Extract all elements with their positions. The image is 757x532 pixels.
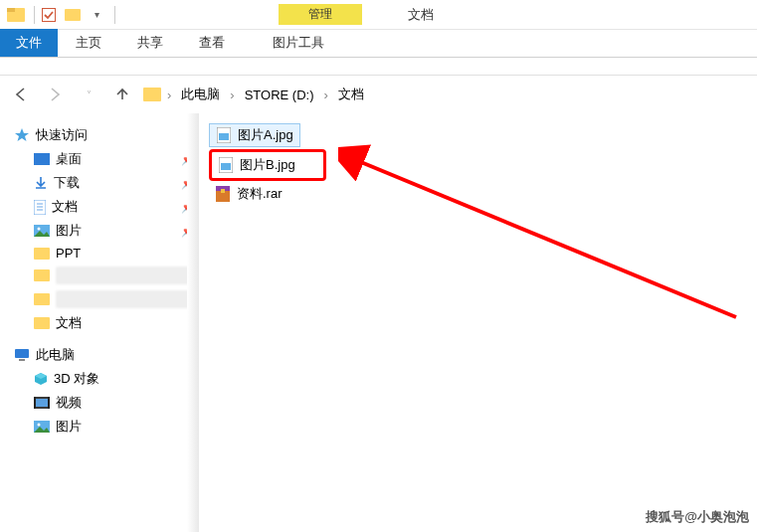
svg-point-11 [38, 228, 41, 231]
pin-icon: 📌 [181, 201, 195, 214]
sidebar-item-videos[interactable]: 视频 [30, 391, 199, 415]
desktop-icon [34, 153, 50, 165]
svg-rect-15 [34, 317, 50, 329]
svg-rect-5 [34, 153, 50, 165]
pin-icon: 📌 [181, 225, 195, 238]
archive-file-icon [215, 186, 231, 202]
svg-rect-25 [219, 133, 229, 140]
sidebar-item-ppt[interactable]: PPT [30, 243, 199, 264]
sidebar-item-label: 快速访问 [36, 126, 195, 144]
folder-icon [34, 317, 50, 329]
folder-icon [143, 88, 161, 101]
ribbon: 文件 主页 共享 查看 图片工具 [0, 30, 757, 58]
computer-icon [14, 348, 30, 362]
sidebar-item-label: 图片 [56, 222, 175, 240]
svg-rect-12 [34, 248, 50, 260]
sidebar-item-label: 此电脑 [36, 346, 195, 364]
file-item-rar[interactable]: 资料.rar [209, 183, 288, 205]
file-item-image-a[interactable]: 图片A.jpg [209, 123, 300, 147]
nav-recent-dropdown[interactable]: ˅ [76, 82, 101, 107]
chevron-right-icon[interactable]: › [322, 88, 330, 102]
folder-small-icon[interactable] [63, 5, 83, 25]
sidebar-item-downloads[interactable]: 下载 📌 [30, 171, 199, 195]
nav-back-button[interactable] [8, 82, 34, 107]
folder-qat-icon [6, 5, 26, 25]
svg-rect-20 [34, 397, 36, 409]
sidebar-item-label: 文档 [56, 314, 195, 332]
qat-separator-2 [114, 6, 115, 24]
file-name: 资料.rar [237, 185, 283, 203]
sidebar-item-label: 3D 对象 [54, 370, 195, 388]
sidebar-item-documents2[interactable]: 文档 [30, 311, 199, 335]
star-icon [14, 127, 30, 143]
folder-icon [34, 293, 50, 305]
titlebar: ▾ [0, 0, 757, 30]
svg-rect-3 [65, 9, 81, 21]
pin-icon: 📌 [181, 177, 195, 190]
svg-rect-13 [34, 269, 50, 281]
picture-icon [34, 421, 50, 433]
main-area: 快速访问 桌面 📌 下载 📌 文档 📌 图片 📌 [0, 113, 757, 532]
svg-point-23 [38, 424, 41, 427]
svg-rect-14 [34, 293, 50, 305]
folder-icon [34, 269, 50, 281]
picture-icon [34, 225, 50, 237]
ribbon-tab-share[interactable]: 共享 [119, 29, 181, 57]
address-bar: ˅ › 此电脑 › STORE (D:) › 文档 [0, 76, 757, 113]
sidebar-item-label: 桌面 [56, 150, 175, 168]
file-item-image-b[interactable]: 图片B.jpg [209, 149, 326, 181]
ribbon-tab-picture-tools[interactable]: 图片工具 [255, 29, 342, 57]
svg-rect-21 [48, 397, 50, 409]
sidebar-item-desktop[interactable]: 桌面 📌 [30, 147, 199, 171]
breadcrumb-this-pc[interactable]: 此电脑 [177, 84, 224, 105]
nav-forward-button[interactable] [42, 82, 68, 107]
qat-dropdown-icon[interactable]: ▾ [87, 5, 106, 25]
qat-separator [34, 6, 35, 24]
sidebar-item-blurred[interactable] [30, 287, 199, 311]
svg-rect-16 [15, 349, 29, 358]
checkbox-qat-icon[interactable] [39, 5, 59, 25]
sidebar-item-pictures2[interactable]: 图片 [30, 415, 199, 439]
document-icon [34, 200, 46, 215]
svg-rect-1 [7, 8, 15, 12]
svg-rect-4 [143, 88, 161, 101]
ribbon-file-tab[interactable]: 文件 [0, 29, 58, 57]
sidebar-this-pc[interactable]: 此电脑 [10, 343, 199, 367]
file-name: 图片A.jpg [238, 126, 293, 144]
context-header: 管理 [279, 4, 362, 25]
sidebar-item-label-blurred [56, 266, 195, 284]
image-file-icon [216, 127, 232, 143]
breadcrumb-drive[interactable]: STORE (D:) [241, 86, 318, 104]
breadcrumb[interactable]: › 此电脑 › STORE (D:) › 文档 [143, 84, 749, 105]
ribbon-tab-home[interactable]: 主页 [58, 29, 119, 57]
sidebar-item-3d-objects[interactable]: 3D 对象 [30, 367, 199, 391]
sidebar-item-label: 下载 [54, 174, 175, 192]
ribbon-tab-view[interactable]: 查看 [181, 29, 243, 57]
sidebar-item-label: 文档 [52, 198, 175, 216]
ribbon-spacer [0, 58, 757, 76]
nav-up-button[interactable] [109, 82, 135, 107]
svg-line-31 [356, 160, 736, 317]
sidebar-item-blurred[interactable] [30, 264, 199, 287]
svg-rect-19 [36, 399, 48, 407]
video-icon [34, 397, 50, 409]
breadcrumb-folder[interactable]: 文档 [334, 84, 368, 105]
sidebar-item-label: 视频 [56, 394, 195, 412]
svg-rect-27 [221, 163, 231, 170]
chevron-right-icon[interactable]: › [228, 88, 236, 102]
sidebar-item-documents[interactable]: 文档 📌 [30, 195, 199, 219]
svg-rect-30 [221, 189, 225, 193]
chevron-right-icon[interactable]: › [165, 88, 173, 102]
window-title: 文档 [408, 6, 434, 24]
sidebar-item-label: PPT [56, 246, 195, 261]
sidebar: 快速访问 桌面 📌 下载 📌 文档 📌 图片 📌 [0, 113, 199, 532]
sidebar-item-label-blurred [56, 290, 195, 308]
watermark: 搜狐号@小奥泡泡 [646, 508, 749, 526]
sidebar-item-pictures[interactable]: 图片 📌 [30, 219, 199, 243]
pin-icon: 📌 [181, 153, 195, 166]
file-list[interactable]: 图片A.jpg 图片B.jpg 资料.rar [199, 113, 757, 532]
folder-icon [34, 248, 50, 260]
sidebar-quick-access[interactable]: 快速访问 [10, 123, 199, 147]
annotation-arrow [338, 138, 756, 337]
image-file-icon [218, 157, 234, 173]
